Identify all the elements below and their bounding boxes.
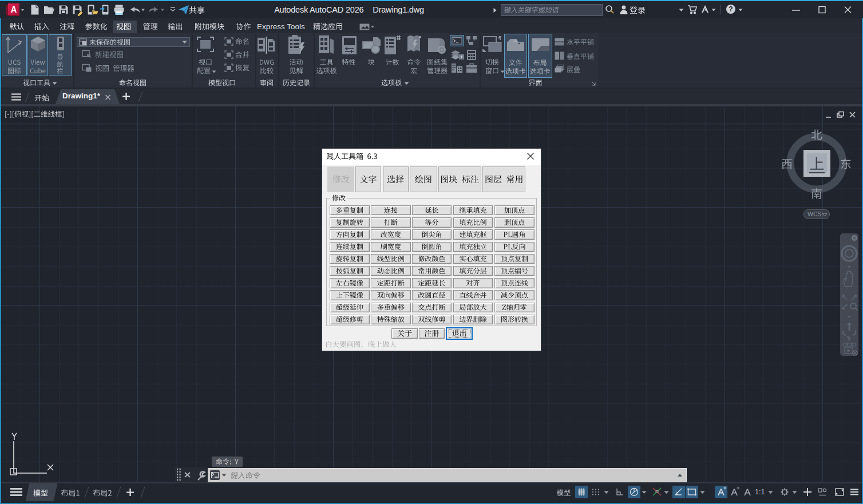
svg-text:?: ? [729,5,733,13]
